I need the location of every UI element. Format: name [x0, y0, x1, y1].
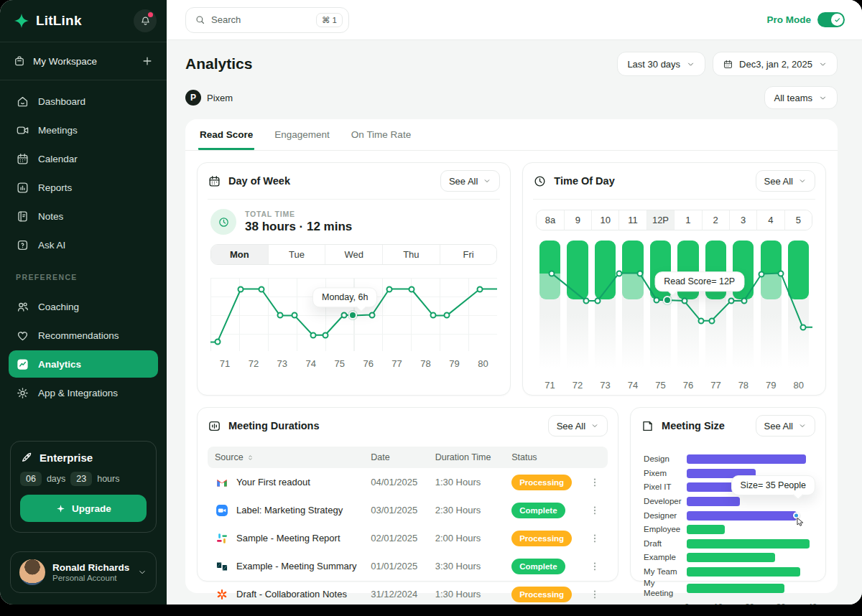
hour-segment-1[interactable]: 1	[675, 210, 702, 230]
data-point	[778, 270, 784, 276]
hbar-value	[687, 584, 784, 593]
tab-engagement[interactable]: Engagement	[273, 119, 331, 150]
sidebar: LitLink My Workspace DashboardMeetingsCa…	[0, 0, 167, 605]
sidebar-item-label: Reports	[38, 182, 72, 193]
time-of-day-card: Time Of Day See All 8a9101112P12345 Rea	[522, 162, 826, 396]
calendar-icon	[723, 59, 733, 70]
x-axis-labels: 71727374757677787980	[210, 358, 497, 369]
chevron-down-icon	[798, 421, 807, 430]
hbar-value	[687, 511, 797, 521]
row-menu-button[interactable]	[589, 561, 601, 572]
weekday-segment-mon[interactable]: Mon	[211, 245, 269, 264]
line-series	[536, 241, 812, 374]
row-menu-button[interactable]	[589, 505, 601, 516]
meeting-date: 03/01/2025	[371, 505, 435, 515]
hbar-row: Developer	[644, 495, 812, 509]
row-menu-button[interactable]	[589, 589, 601, 600]
sidebar-item-analytics[interactable]: Analytics	[9, 350, 158, 378]
hbar-label: Employee	[644, 525, 687, 534]
hbar-value	[687, 567, 800, 577]
sidebar-item-coaching[interactable]: Coaching	[9, 293, 158, 320]
sidebar-item-app-integrations[interactable]: App & Integrations	[9, 379, 158, 406]
tab-read-score[interactable]: Read Score	[198, 119, 254, 150]
notifications-button[interactable]	[134, 9, 157, 32]
meeting-duration: 3:30 Hours	[435, 561, 511, 571]
x-tick-label: 20	[745, 602, 754, 605]
search-input[interactable]: Search ⌘ 1	[185, 7, 349, 33]
see-all-dropdown[interactable]: See All	[548, 415, 608, 437]
sidebar-item-reports[interactable]: Reports	[9, 174, 158, 201]
sidebar-item-dashboard[interactable]: Dashboard	[9, 88, 158, 115]
chevron-down-icon	[798, 177, 807, 185]
hbar-label: My Meeting	[644, 579, 687, 597]
hour-segment-11[interactable]: 11	[619, 210, 646, 230]
team-filter-dropdown[interactable]: All teams	[764, 86, 838, 109]
hour-segmented-control: 8a9101112P12345	[536, 210, 812, 230]
date-picker[interactable]: Dec3, jan 2, 2025	[713, 52, 838, 76]
weekday-segment-thu[interactable]: Thu	[383, 245, 440, 264]
hour-segment-12p[interactable]: 12P	[647, 210, 675, 230]
slack-icon	[215, 531, 229, 546]
x-tick-label: 80	[468, 358, 497, 369]
data-point	[681, 298, 687, 304]
sidebar-item-calendar[interactable]: Calendar	[9, 145, 158, 172]
hour-segment-9[interactable]: 9	[565, 210, 592, 230]
table-row[interactable]: Draft - Collaboration Notes31/12/20241:3…	[208, 580, 608, 605]
profile-menu[interactable]: Ronald Richards Personal Account	[10, 551, 157, 593]
sidebar-item-notes[interactable]: Notes	[9, 202, 158, 230]
column-duration: Duration Time	[435, 452, 511, 462]
hour-segment-4[interactable]: 4	[757, 210, 784, 230]
highlighted-data-point[interactable]	[348, 311, 357, 319]
profile-account-type: Personal Account	[52, 574, 129, 582]
tab-on-time-rate[interactable]: On Time Rate	[350, 119, 412, 150]
upgrade-button[interactable]: Upgrade	[20, 495, 147, 522]
row-menu-button[interactable]	[589, 533, 601, 544]
reports-icon	[16, 181, 29, 195]
hour-segment-10[interactable]: 10	[592, 210, 619, 230]
app-name: LitLink	[36, 13, 82, 29]
hbar-label: Design	[644, 454, 687, 464]
page-title: Analytics	[185, 55, 252, 73]
gmail-icon	[215, 475, 229, 490]
sidebar-item-recommendations[interactable]: Recommendations	[9, 322, 158, 349]
hour-segment-3[interactable]: 3	[730, 210, 757, 230]
source-name: Draft - Collaboration Notes	[236, 589, 347, 599]
data-point	[595, 298, 601, 304]
weekday-segment-tue[interactable]: Tue	[269, 245, 326, 264]
x-tick-label: 79	[440, 358, 469, 369]
see-all-dropdown[interactable]: See All	[440, 170, 500, 192]
x-tick-label: 72	[564, 380, 591, 391]
hour-segment-5[interactable]: 5	[785, 210, 812, 230]
see-all-dropdown[interactable]: See All	[756, 415, 815, 437]
column-source[interactable]: Source	[215, 452, 371, 462]
pro-mode-toggle[interactable]	[817, 12, 845, 27]
clock-icon	[210, 209, 236, 235]
chevron-down-icon	[818, 93, 828, 103]
search-placeholder: Search	[211, 14, 310, 25]
sidebar-item-label: Calendar	[38, 154, 78, 164]
see-all-dropdown[interactable]: See All	[756, 170, 815, 192]
weekday-segment-fri[interactable]: Fri	[440, 245, 497, 264]
row-menu-button[interactable]	[589, 477, 601, 488]
hour-segment-2[interactable]: 2	[703, 210, 730, 230]
table-row[interactable]: Sample - Meeting Report02/01/20252:00 Ho…	[208, 524, 608, 552]
data-point	[616, 270, 622, 276]
weekday-segment-wed[interactable]: Wed	[325, 245, 383, 264]
sidebar-item-ask-ai[interactable]: Ask AI	[9, 231, 158, 258]
table-row[interactable]: Your First readout04/01/20251:30 HoursPr…	[208, 468, 608, 496]
sidebar-item-meetings[interactable]: Meetings	[9, 116, 158, 144]
date-range-dropdown[interactable]: Last 30 days	[617, 52, 705, 76]
add-workspace-button[interactable]	[141, 55, 154, 67]
x-tick-label: 40	[808, 602, 817, 605]
table-row[interactable]: Label: Marketing Strategy03/01/20252:30 …	[208, 496, 608, 524]
x-tick-label: 30	[777, 602, 786, 605]
meeting-date: 04/01/2025	[371, 477, 435, 487]
sidebar-nav: DashboardMeetingsCalendarReportsNotesAsk…	[0, 80, 167, 261]
users-icon	[16, 300, 29, 314]
table-row[interactable]: Example - Meeting Summary01/01/20253:30 …	[208, 552, 608, 580]
enterprise-title: Enterprise	[40, 452, 93, 464]
hour-segment-8a[interactable]: 8a	[537, 210, 564, 230]
meeting-date: 31/12/2024	[371, 589, 435, 599]
highlighted-data-point[interactable]	[663, 296, 672, 304]
workspace-switcher[interactable]: My Workspace	[0, 42, 167, 80]
